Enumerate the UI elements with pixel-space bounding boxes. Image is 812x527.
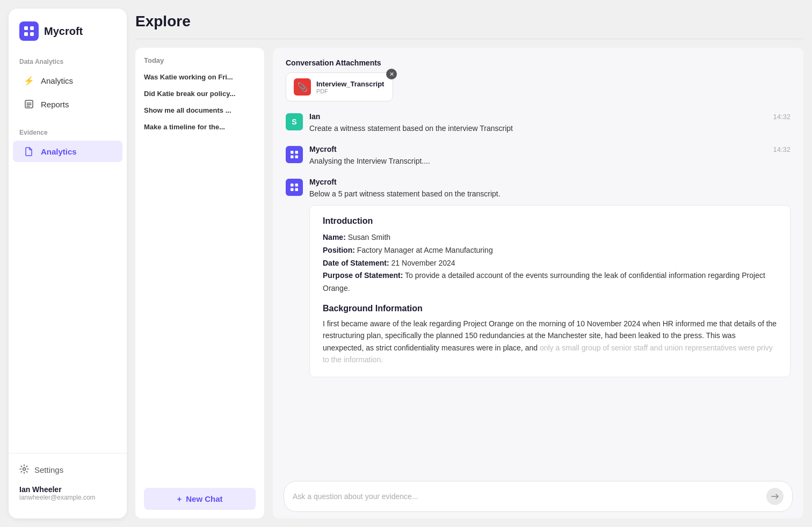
logo-icon [19,21,39,41]
user-info: Ian Wheeler ianwheeler@example.com [19,480,116,501]
logo-text: Mycroft [44,25,83,38]
chat-input-area [273,474,803,518]
message-text: Create a witness statement based on the … [309,123,791,134]
chat-input[interactable] [293,492,761,501]
sidebar-reports-label: Reports [41,100,69,109]
page-title: Explore [135,9,803,39]
message-time: 14:32 [773,113,791,121]
chat-history-panel: Today Was Katie working on Fri... Did Ka… [135,48,264,518]
attachment-type: PDF [316,88,384,94]
sidebar-item-evidence-analytics[interactable]: Analytics [13,141,122,162]
reports-icon [24,99,34,109]
message-sender: Mycroft [309,145,337,153]
svg-rect-11 [291,156,294,159]
sidebar-evidence-analytics-label: Analytics [41,147,77,156]
svg-rect-12 [295,156,299,159]
svg-rect-4 [25,100,33,108]
name-label: Name: [323,233,346,241]
content-divider [135,39,803,39]
witness-statement-card: Introduction Name: Susan Smith Position:… [309,205,791,377]
sidebar-logo: Mycroft [9,19,127,54]
send-button[interactable] [766,488,784,505]
svg-rect-2 [24,32,28,36]
message-sender: Ian [309,112,320,121]
sidebar-bottom: Settings Ian Wheeler ianwheeler@example.… [9,453,127,508]
message-ian: S Ian 14:32 Create a witness statement b… [286,112,791,134]
new-chat-label: New Chat [186,494,222,503]
svg-rect-15 [291,188,294,192]
conversation-attachments: Conversation Attachments 📎 Interview_Tra… [286,58,791,112]
plus-icon: + [177,494,182,503]
message-body: Mycroft 14:32 Analysing the Interview Tr… [309,145,791,167]
statement-pos: Purpose of Statement: To provide a detai… [323,269,777,295]
settings-item[interactable]: Settings [19,460,116,480]
message-text: Analysing the Interview Transcript.... [309,156,791,167]
chat-messages: Conversation Attachments 📎 Interview_Tra… [273,48,803,474]
attachment-info: Interview_Transcript PDF [316,80,384,94]
message-text-3: Below a 5 part witness statement based o… [309,188,791,200]
sidebar-analytics-label: Analytics [41,76,73,85]
message-mycroft-1: Mycroft 14:32 Analysing the Interview Tr… [286,145,791,167]
message-time: 14:32 [773,145,791,153]
position-label: Position: [323,246,355,254]
statement-name: Name: Susan Smith [323,231,777,244]
message-body: Ian 14:32 Create a witness statement bas… [309,112,791,134]
message-header: Ian 14:32 [309,112,791,121]
attachment-close-button[interactable]: ✕ [386,69,397,79]
name-value: Susan Smith [348,233,390,241]
chat-history-item[interactable]: Did Katie break our policy... [144,87,256,100]
chat-input-wrapper [284,481,793,512]
user-avatar: S [286,113,303,130]
attachments-label: Conversation Attachments [286,58,791,67]
svg-rect-16 [295,188,299,192]
bg-text: I first became aware of the leak regardi… [323,318,777,366]
user-email: ianwheeler@example.com [19,494,116,501]
sidebar-item-reports[interactable]: Reports [13,93,122,115]
user-name: Ian Wheeler [19,485,116,494]
svg-rect-13 [291,184,294,187]
statement-position: Position: Factory Manager at Acme Manufa… [323,244,777,257]
dos-value: 21 November 2024 [392,259,455,267]
sidebar-item-analytics[interactable]: ⚡ Analytics [13,70,122,91]
message-body-3: Mycroft Below a 5 part witness statement… [309,178,791,377]
svg-rect-3 [30,32,34,36]
dos-label: Date of Statement: [323,259,389,267]
new-chat-button[interactable]: + New Chat [144,488,256,510]
settings-icon [19,464,29,475]
message-sender-3: Mycroft [309,178,337,186]
mycroft-avatar [286,146,303,163]
chat-history-date: Today [144,56,256,64]
mycroft-avatar-2 [286,179,303,196]
attachment-name: Interview_Transcript [316,80,384,88]
svg-rect-10 [295,151,299,154]
sidebar: Mycroft Data Analytics ⚡ Analytics Repor… [9,9,127,518]
message-mycroft-2: Mycroft Below a 5 part witness statement… [286,178,791,377]
evidence-section: Evidence [9,125,127,140]
svg-point-8 [23,468,26,471]
pos-label: Purpose of Statement: [323,271,403,280]
message-header-3: Mycroft [309,178,791,186]
bolt-icon: ⚡ [24,75,34,86]
settings-label: Settings [34,465,63,474]
document-icon [24,146,34,157]
svg-rect-0 [24,26,28,30]
svg-rect-9 [291,151,294,154]
bg-title: Background Information [323,304,777,313]
chat-panel: Conversation Attachments 📎 Interview_Tra… [273,48,803,518]
intro-title: Introduction [323,216,777,226]
attachment-card: 📎 Interview_Transcript PDF ✕ [286,72,393,101]
chat-history-item[interactable]: Make a timeline for the... [144,121,256,133]
content-area: Today Was Katie working on Fri... Did Ka… [135,48,803,518]
position-value: Factory Manager at Acme Manufacturing [357,246,493,254]
svg-rect-1 [30,26,34,30]
chat-history-item[interactable]: Was Katie working on Fri... [144,71,256,83]
chat-history-item[interactable]: Show me all documents ... [144,104,256,116]
svg-rect-14 [295,184,299,187]
message-header: Mycroft 14:32 [309,145,791,153]
data-analytics-section: Data Analytics [9,54,127,69]
statement-dos: Date of Statement: 21 November 2024 [323,257,777,270]
main-content: Explore Today Was Katie working on Fri..… [135,0,812,527]
attachment-pdf-icon: 📎 [294,78,311,96]
